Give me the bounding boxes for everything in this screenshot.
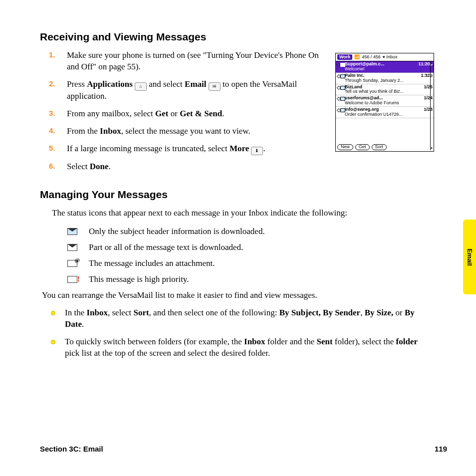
step-2: 2. Press Applications ⌂ and select Email… bbox=[60, 79, 326, 102]
screenshot-footer: New Get Sort bbox=[337, 144, 387, 150]
message-row: info@swreg.org1/23Order confirmation U14… bbox=[336, 107, 434, 118]
folder-dropdown: ▾ Inbox bbox=[383, 55, 398, 60]
new-button: New bbox=[337, 144, 353, 150]
sort-button: Sort bbox=[372, 144, 387, 150]
step-5: 5. If a large incoming message is trunca… bbox=[60, 143, 326, 155]
icon-row-priority: This message is high priority. bbox=[67, 274, 434, 285]
step-4: 4. From the Inbox, select the message yo… bbox=[60, 126, 326, 137]
device-screenshot: Work 📶 456 / 456 ▾ Inbox Support@palm.c.… bbox=[335, 53, 434, 152]
icon-attach-text: The message includes an attachment. bbox=[89, 258, 215, 269]
heading-managing: Managing Your Messages bbox=[40, 189, 434, 201]
step-1-text: Make sure your phone is turned on (see "… bbox=[67, 50, 319, 71]
message-row: BizLand1/25Tell us what you think of Biz… bbox=[336, 84, 434, 96]
envelope-closed-icon bbox=[67, 228, 78, 236]
steps-receiving: 1.Make sure your phone is turned on (see… bbox=[40, 50, 326, 173]
applications-icon: ⌂ bbox=[135, 82, 147, 91]
step-3: 3. From any mailbox, select Get or Get &… bbox=[60, 108, 326, 120]
managing-intro: The status icons that appear next to eac… bbox=[52, 208, 434, 219]
bullet-sort: In the Inbox, select Sort, and then sele… bbox=[60, 307, 434, 330]
footer-page-number: 119 bbox=[435, 445, 447, 453]
footer-section: Section 3C: Email bbox=[40, 445, 103, 453]
step-6: 6. Select Done. bbox=[60, 161, 326, 173]
signal-icon: 📶 bbox=[354, 55, 360, 60]
message-row: userforums@ad...1/24Welcome to Adobe For… bbox=[336, 95, 434, 107]
get-button: Get bbox=[355, 144, 370, 150]
envelope-priority-icon bbox=[67, 275, 78, 283]
message-row: Support@palm.c...11:20pWelcome! bbox=[336, 61, 434, 73]
rearrange-para: You can rearrange the VersaMail list to … bbox=[42, 290, 434, 301]
envelope-open-icon bbox=[67, 243, 78, 251]
page-footer: Section 3C: Email 119 bbox=[40, 445, 447, 453]
scrollbar bbox=[430, 61, 433, 150]
screenshot-header: Work 📶 456 / 456 ▾ Inbox bbox=[336, 53, 434, 61]
icon-priority-text: This message is high priority. bbox=[89, 274, 189, 285]
envelope-attachment-icon bbox=[67, 259, 78, 267]
icon-open-text: Part or all of the message text is downl… bbox=[89, 242, 243, 253]
icon-row-attach: The message includes an attachment. bbox=[67, 258, 434, 269]
email-app-icon: ✉ bbox=[209, 82, 221, 91]
icon-closed-text: Only the subject header information is d… bbox=[89, 226, 265, 237]
message-count: 456 / 456 bbox=[362, 55, 381, 60]
icon-row-closed: Only the subject header information is d… bbox=[67, 226, 434, 237]
account-badge: Work bbox=[337, 54, 352, 60]
side-tab-email: Email bbox=[463, 220, 476, 294]
message-row: Palm Inc.1:32pThrough Sunday, January 2.… bbox=[336, 73, 434, 84]
step-1: 1.Make sure your phone is turned on (see… bbox=[60, 50, 326, 73]
icon-row-open: Part or all of the message text is downl… bbox=[67, 242, 434, 253]
more-icon: ⬇ bbox=[251, 147, 263, 155]
side-tab-label: Email bbox=[466, 248, 474, 266]
bullet-folder: To quickly switch between folders (for e… bbox=[60, 336, 434, 359]
heading-receiving: Receiving and Viewing Messages bbox=[40, 31, 434, 43]
managing-bullets: In the Inbox, select Sort, and then sele… bbox=[40, 307, 434, 359]
